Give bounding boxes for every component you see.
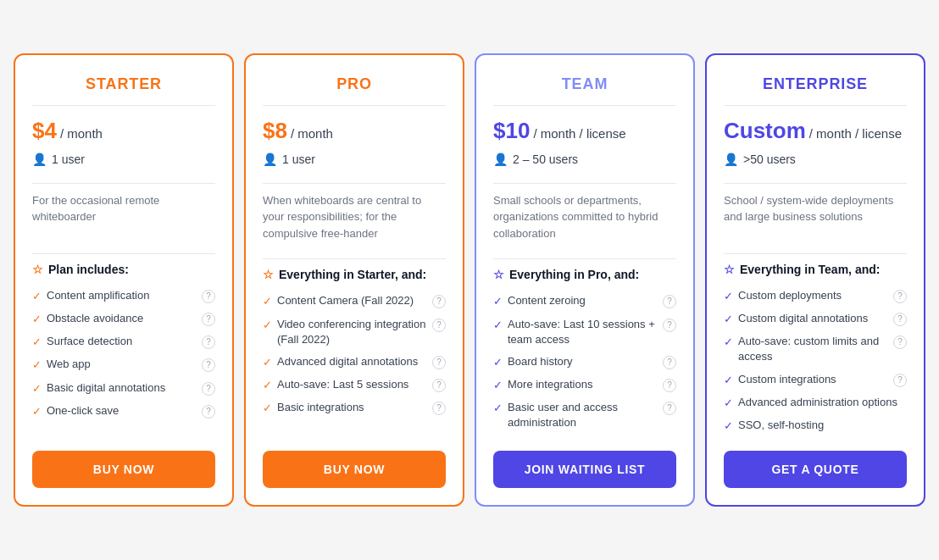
users-text-enterprise: >50 users <box>743 152 796 166</box>
cta-button-team[interactable]: JOIN WAITING LIST <box>493 451 676 488</box>
cta-button-enterprise[interactable]: GET A QUOTE <box>724 451 907 488</box>
feature-item: ✓ Content amplification ? <box>32 285 215 308</box>
check-icon: ✓ <box>493 355 503 370</box>
help-icon[interactable]: ? <box>202 358 215 372</box>
feature-item: ✓ Video conferencing integration (Fall 2… <box>263 313 446 351</box>
feature-text: Custom digital annotations <box>738 311 868 326</box>
feature-text: Custom deployments <box>738 288 842 303</box>
help-icon[interactable]: ? <box>663 295 676 308</box>
plan-card-enterprise: ENTERPRISE Custom / month / license 👤 >5… <box>705 53 925 507</box>
section-divider <box>32 183 215 184</box>
features-divider <box>32 253 215 254</box>
check-icon: ✓ <box>263 401 272 416</box>
title-divider <box>32 105 215 106</box>
plan-title-team: TEAM <box>493 75 676 93</box>
plan-card-team: TEAM $10 / month / license 👤 2 – 50 user… <box>475 53 695 507</box>
users-text-pro: 1 user <box>282 152 315 166</box>
check-icon: ✓ <box>32 404 42 419</box>
user-icon-team: 👤 <box>493 152 508 166</box>
help-icon[interactable]: ? <box>663 402 676 415</box>
feature-item: ✓ Custom digital annotations ? <box>724 308 907 330</box>
check-icon: ✓ <box>724 419 733 434</box>
help-icon[interactable]: ? <box>202 313 215 326</box>
includes-label-pro: ☆ Everything in Starter, and: <box>263 268 446 281</box>
feature-text: Content zeroing <box>508 293 586 308</box>
section-divider <box>493 183 676 184</box>
price-row-pro: $8 / month <box>263 118 446 144</box>
star-icon-pro: ☆ <box>263 268 274 281</box>
features-divider <box>493 258 676 259</box>
help-icon[interactable]: ? <box>202 382 215 396</box>
help-icon[interactable]: ? <box>663 379 676 392</box>
price-row-enterprise: Custom / month / license <box>724 118 907 144</box>
pricing-grid: STARTER $4 / month 👤 1 user For the occa… <box>14 53 925 507</box>
price-suffix-pro: / month <box>291 126 333 141</box>
help-icon[interactable]: ? <box>893 374 907 387</box>
feature-item: ✓ Basic user and access administration ? <box>493 396 676 434</box>
check-icon: ✓ <box>724 373 733 388</box>
feature-text: Auto-save: Last 5 sessions <box>277 377 408 392</box>
includes-label-enterprise: ☆ Everything in Team, and: <box>724 263 907 276</box>
feature-item: ✓ Web app ? <box>32 353 215 376</box>
price-row-team: $10 / month / license <box>493 118 676 144</box>
check-icon: ✓ <box>724 289 733 304</box>
users-text-starter: 1 user <box>52 152 85 166</box>
feature-item: ✓ Board history ? <box>493 351 676 374</box>
plan-title-starter: STARTER <box>32 75 215 93</box>
price-row-starter: $4 / month <box>32 118 215 144</box>
feature-text: Basic digital annotations <box>47 380 165 396</box>
check-icon: ✓ <box>493 378 503 393</box>
price-suffix-team: / month / license <box>533 126 625 141</box>
star-icon-starter: ☆ <box>32 263 43 276</box>
feature-item: ✓ Advanced administration options <box>724 391 907 414</box>
features-list-starter: ✓ Content amplification ? ✓ Obstacle avo… <box>32 285 215 437</box>
features-divider <box>263 258 446 259</box>
feature-text: Auto-save: custom limits and access <box>738 334 890 364</box>
feature-text: More integrations <box>508 377 592 392</box>
help-icon[interactable]: ? <box>663 356 676 369</box>
help-icon[interactable]: ? <box>893 290 907 303</box>
help-icon[interactable]: ? <box>202 290 215 303</box>
description-enterprise: School / system-wide deployments and lar… <box>724 192 907 236</box>
help-icon[interactable]: ? <box>432 319 446 332</box>
price-suffix-starter: / month <box>60 126 103 141</box>
help-icon[interactable]: ? <box>432 295 446 308</box>
cta-button-starter[interactable]: BUY NOW <box>32 451 215 488</box>
check-icon: ✓ <box>32 312 42 327</box>
help-icon[interactable]: ? <box>432 356 446 369</box>
feature-text: Surface detection <box>47 334 132 349</box>
title-divider <box>724 105 907 106</box>
feature-item: ✓ Auto-save: Last 5 sessions ? <box>263 374 446 396</box>
help-icon[interactable]: ? <box>663 319 676 332</box>
plan-title-pro: PRO <box>263 75 446 93</box>
help-icon[interactable]: ? <box>202 335 215 349</box>
users-row-enterprise: 👤 >50 users <box>724 152 907 166</box>
check-icon: ✓ <box>724 335 733 350</box>
check-icon: ✓ <box>32 335 42 350</box>
feature-item: ✓ Basic integrations ? <box>263 396 446 419</box>
check-icon: ✓ <box>263 355 272 370</box>
help-icon[interactable]: ? <box>893 335 907 349</box>
feature-text: Basic user and access administration <box>508 400 659 430</box>
cta-button-pro[interactable]: BUY NOW <box>263 451 446 488</box>
feature-text: Advanced administration options <box>738 395 897 410</box>
title-divider <box>493 105 676 106</box>
help-icon[interactable]: ? <box>432 379 446 392</box>
check-icon: ✓ <box>493 318 503 333</box>
feature-text: One-click save <box>47 403 119 419</box>
feature-text: Basic integrations <box>277 400 364 415</box>
title-divider <box>263 105 446 106</box>
users-row-team: 👤 2 – 50 users <box>493 152 676 166</box>
check-icon: ✓ <box>32 289 42 304</box>
price-amount-pro: $8 <box>263 118 287 144</box>
feature-item: ✓ Auto-save: custom limits and access ? <box>724 330 907 368</box>
help-icon[interactable]: ? <box>202 405 215 419</box>
help-icon[interactable]: ? <box>893 313 907 326</box>
feature-text: Web app <box>47 357 91 372</box>
price-amount-enterprise: Custom <box>724 118 806 144</box>
plan-title-enterprise: ENTERPRISE <box>724 75 907 93</box>
users-row-pro: 👤 1 user <box>263 152 446 166</box>
user-icon-pro: 👤 <box>263 152 277 166</box>
check-icon: ✓ <box>263 294 272 309</box>
help-icon[interactable]: ? <box>432 402 446 415</box>
